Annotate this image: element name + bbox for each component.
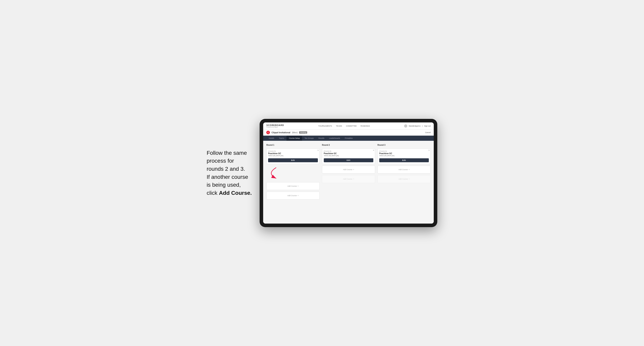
sign-out-link[interactable]: Sign out bbox=[424, 125, 430, 127]
hosting-badge: Hosting bbox=[299, 131, 307, 134]
tab-bar: Details Teams Course Setup Tee Groups Re… bbox=[263, 136, 434, 141]
round-1-add-course-button-2[interactable]: Add Course + bbox=[266, 192, 320, 199]
round-3-course-name: Peachtree GC bbox=[379, 152, 429, 155]
pipe-separator: | bbox=[422, 125, 422, 127]
tab-teams[interactable]: Teams bbox=[276, 136, 287, 141]
tab-printables[interactable]: Printables bbox=[342, 136, 355, 141]
tab-tee-groups[interactable]: Tee Groups bbox=[302, 136, 316, 141]
round-2-delete-icon[interactable]: ✕ bbox=[373, 149, 374, 152]
cancel-button[interactable]: Cancel bbox=[425, 132, 430, 134]
round-3-add-course-label-2: Add Course bbox=[398, 178, 408, 180]
round-1-add-course-plus-icon: + bbox=[298, 185, 298, 187]
tournament-name: Clippd Invitational bbox=[272, 131, 290, 134]
round-2-course-name: Peachtree GC bbox=[324, 152, 373, 155]
round-1-course-label: (Course A) bbox=[268, 150, 318, 152]
user-email: blair@clippd.io bbox=[409, 125, 420, 127]
round-3-add-course-button-2: Add Course + bbox=[378, 175, 430, 183]
clippd-logo-icon: C bbox=[266, 131, 270, 134]
round-1-add-course-label: Add Course bbox=[288, 185, 297, 187]
logo-subtitle: Powered by clippd bbox=[266, 126, 284, 128]
tab-leaderboards[interactable]: Leaderboards bbox=[327, 136, 342, 141]
round-3-course-details: Yellow (M) (6629 yds) bbox=[379, 155, 429, 157]
nav-teams[interactable]: TEAMS bbox=[336, 124, 342, 128]
round-2-add-course-label-2: Add Course bbox=[343, 178, 352, 180]
round-2-label: Round 2 bbox=[322, 144, 375, 146]
round-1-add-course-label-2: Add Course bbox=[288, 194, 297, 196]
round-1-course-name: Peachtree GC bbox=[268, 152, 318, 155]
round-1-course-card-wrapper: (Course A) Peachtree GC Yellow (M) (6629… bbox=[266, 149, 320, 164]
tablet-frame: SCOREBOARD Powered by clippd TOURNAMENTS… bbox=[260, 119, 437, 227]
round-3-course-label: (Course A) bbox=[379, 150, 429, 152]
round-1-column: Round 1 (Course A) Peachtree GC Yellow (… bbox=[266, 144, 320, 199]
instruction-bold: Add Course. bbox=[219, 190, 252, 196]
round-3-column: Round 3 (Course A) Peachtree GC Yellow (… bbox=[378, 144, 430, 199]
tournament-info: C Clippd Invitational (Men) Hosting bbox=[266, 131, 307, 134]
nav-committee[interactable]: COMMITTEE bbox=[346, 124, 356, 128]
tab-details[interactable]: Details bbox=[266, 136, 276, 141]
logo-title: SCOREBOARD bbox=[266, 124, 284, 126]
main-content: Round 1 (Course A) Peachtree GC Yellow (… bbox=[263, 141, 434, 224]
page-container: Follow the sameprocess forrounds 2 and 3… bbox=[184, 119, 460, 227]
round-2-course-card-wrapper: (Course A) Peachtree GC Yellow (M) (6629… bbox=[322, 149, 375, 164]
instruction-text: Follow the sameprocess forrounds 2 and 3… bbox=[207, 149, 252, 197]
top-nav: SCOREBOARD Powered by clippd TOURNAMENTS… bbox=[263, 122, 434, 130]
round-2-add-course-plus-icon: + bbox=[353, 169, 354, 171]
round-1-add-course-plus-icon-2: + bbox=[298, 194, 298, 196]
tab-results[interactable]: Results bbox=[316, 136, 327, 141]
round-2-course-details: Yellow (M) (6629 yds) bbox=[324, 155, 373, 157]
scoreboard-logo: SCOREBOARD Powered by clippd bbox=[266, 124, 284, 128]
round-1-delete-icon[interactable]: ✕ bbox=[317, 149, 319, 152]
nav-links: TOURNAMENTS TEAMS COMMITTEE RANKINGS bbox=[318, 124, 370, 128]
round-2-course-label: (Course A) bbox=[324, 150, 373, 152]
round-1-course-details: Yellow (M) (6629 yds) bbox=[268, 155, 318, 157]
round-1-arrow-container: Add Course + bbox=[266, 166, 320, 190]
round-3-add-course-button[interactable]: Add Course + bbox=[378, 166, 430, 173]
round-2-edit-button[interactable]: Edit bbox=[324, 158, 373, 162]
round-3-course-card: (Course A) Peachtree GC Yellow (M) (6629… bbox=[378, 149, 430, 164]
round-3-course-card-wrapper: (Course A) Peachtree GC Yellow (M) (6629… bbox=[378, 149, 430, 164]
round-2-add-course-plus-icon-2: + bbox=[353, 178, 354, 180]
round-3-edit-button[interactable]: Edit bbox=[379, 158, 429, 162]
round-3-label: Round 3 bbox=[378, 144, 430, 146]
user-area: blair@clippd.io | Sign out bbox=[404, 124, 431, 128]
tournament-suffix: (Men) bbox=[292, 131, 298, 134]
round-2-add-course-button-2: Add Course + bbox=[322, 175, 375, 183]
round-3-delete-icon[interactable]: ✕ bbox=[428, 149, 430, 152]
arrow-annotation bbox=[264, 166, 304, 181]
round-1-label: Round 1 bbox=[266, 144, 320, 146]
tournament-bar: C Clippd Invitational (Men) Hosting Canc… bbox=[263, 130, 434, 136]
round-1-edit-button[interactable]: Edit bbox=[268, 158, 318, 162]
round-3-add-course-plus-icon-2: + bbox=[409, 178, 410, 180]
tablet-screen: SCOREBOARD Powered by clippd TOURNAMENTS… bbox=[263, 122, 434, 224]
round-2-course-card: (Course A) Peachtree GC Yellow (M) (6629… bbox=[322, 149, 375, 164]
rounds-grid: Round 1 (Course A) Peachtree GC Yellow (… bbox=[266, 144, 430, 199]
instruction-line1: Follow the sameprocess forrounds 2 and 3… bbox=[207, 150, 252, 196]
tab-course-setup[interactable]: Course Setup bbox=[286, 136, 302, 141]
nav-rankings[interactable]: RANKINGS bbox=[360, 124, 370, 128]
round-3-add-course-label: Add Course bbox=[398, 169, 408, 171]
round-2-add-course-label: Add Course bbox=[343, 169, 352, 171]
nav-tournaments[interactable]: TOURNAMENTS bbox=[318, 124, 332, 128]
round-3-add-course-plus-icon: + bbox=[409, 169, 410, 171]
round-1-course-card: (Course A) Peachtree GC Yellow (M) (6629… bbox=[266, 149, 320, 164]
avatar bbox=[404, 124, 407, 128]
round-2-add-course-button[interactable]: Add Course + bbox=[322, 166, 375, 173]
round-1-add-course-button[interactable]: Add Course + bbox=[266, 182, 320, 190]
round-2-column: Round 2 (Course A) Peachtree GC Yellow (… bbox=[322, 144, 375, 199]
